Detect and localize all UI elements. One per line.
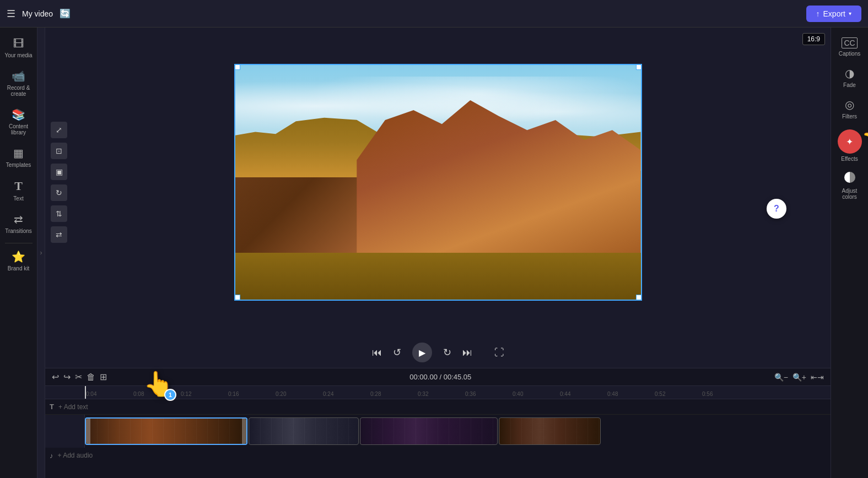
timeline-time: 00:00.00 / 00:45.05 [111,373,770,381]
sidebar-item-label: Brand kit [8,265,29,271]
video-clip-2[interactable] [249,417,359,445]
ruler-tick-0: 0:04 [85,391,132,397]
sidebar-item-content-library[interactable]: 📚 Content library [2,104,35,140]
ruler-tick-5: 0:24 [322,391,369,397]
video-clip-3[interactable] [360,417,498,445]
clip-thumbnail-1 [86,419,246,444]
clip-thumbnail-2 [249,418,358,444]
delete-button[interactable]: 🗑 [87,372,95,382]
sidebar-item-label: Your media [4,52,32,58]
zoom-in-button[interactable]: 🔍+ [792,373,806,382]
ruler-tick-13: 0:56 [701,391,748,397]
skip-back-button[interactable]: ⏮ [372,347,382,358]
redo-button[interactable]: ↪ [63,372,71,382]
timeline-area: ↩ ↪ ✂ 🗑 ⊞ 00:00.00 / 00:45.05 🔍− 🔍+ ⇤⇥ 0… [45,368,831,478]
clip-handle-left-1[interactable] [86,419,90,444]
video-clip-4[interactable] [499,417,601,445]
sidebar-item-label: Transitions [5,228,32,234]
timeline-toolbar: ↩ ↪ ✂ 🗑 ⊞ 00:00.00 / 00:45.05 🔍− 🔍+ ⇤⇥ [45,368,831,386]
ruler-tick-11: 0:48 [606,391,654,397]
sidebar-item-captions[interactable]: CC Captions [833,33,866,61]
corner-handle-bl[interactable] [235,295,240,300]
export-chevron-icon: ▾ [849,10,851,17]
clip-handle-right-1[interactable] [242,419,246,444]
fullscreen-button[interactable]: ⛶ [494,347,504,358]
aspect-ratio-badge[interactable]: 16:9 [802,33,825,45]
sidebar-item-templates[interactable]: ▦ Templates [2,142,35,172]
help-button[interactable]: ? [767,199,786,219]
collapse-handle[interactable]: › [37,28,45,478]
sidebar-item-adjust-colors[interactable]: Adjust colors [833,167,866,204]
ruler-tick-10: 0:44 [559,391,606,397]
sidebar-item-record-create[interactable]: 📹 Record & create [2,65,35,101]
cut-button[interactable]: ✂ [75,372,82,382]
captions-label: Captions [839,51,860,57]
sidebar-item-brand-kit[interactable]: ⭐ Brand kit [2,246,35,276]
video-clip-1[interactable] [85,417,247,445]
timeline-tracks: T + Add text [45,399,831,478]
sidebar-item-fade[interactable]: ◑ Fade [833,62,866,93]
flip-v-tool[interactable]: ⇄ [51,226,67,243]
ruler-tick-2: 0:12 [180,391,227,397]
frame-tool[interactable]: ▣ [51,164,67,180]
ruler-tick-4: 0:20 [274,391,322,397]
corner-handle-tr[interactable] [636,64,641,70]
forward-5s-button[interactable]: ↻ [443,346,451,358]
add-text-button[interactable]: + Add text [58,403,88,411]
ruler-tick-6: 0:28 [369,391,417,397]
crop-tool[interactable]: ⊡ [51,143,67,159]
export-arrow-icon: ↑ [816,9,820,18]
sidebar-item-transitions[interactable]: ⇄ Transitions [2,208,35,238]
sidebar-item-text[interactable]: T Text [2,175,35,206]
effects-label: Effects [841,156,858,162]
sidebar-item-label: Record & create [4,85,33,97]
zoom-out-button[interactable]: 🔍− [774,373,788,382]
sidebar-item-your-media[interactable]: 🎞 Your media [2,33,35,63]
rewind-5s-button[interactable]: ↺ [393,346,401,358]
sidebar-item-filters[interactable]: ◎ Filters [833,94,866,124]
adjust-colors-label: Adjust colors [835,188,864,200]
video-title: My video [22,9,53,18]
rotate-tool[interactable]: ↻ [51,184,67,201]
playback-controls: ⏮ ↺ ▶ ↻ ⏭ ⛶ [45,337,831,368]
templates-icon: ▦ [13,146,24,160]
ruler-tick-7: 0:32 [417,391,464,397]
sidebar-item-label: Text [13,195,23,202]
left-sidebar: 🎞 Your media 📹 Record & create 📚 Content… [0,28,37,478]
fade-label: Fade [843,82,856,88]
sidebar-item-label: Content library [4,123,33,135]
corner-handle-br[interactable] [636,295,641,300]
export-button[interactable]: ↑ Export ▾ [806,6,861,22]
topbar: ☰ My video 🔄 ↑ Export ▾ [0,0,868,28]
filters-label: Filters [842,113,857,120]
clip-thumbnail-4 [499,418,600,444]
video-canvas[interactable] [234,64,642,301]
content-library-icon: 📚 [12,108,25,121]
right-sidebar: CC Captions ◑ Fade ◎ Filters ✦ Effects 👆… [831,28,868,478]
resize-tool[interactable]: ⤢ [51,122,67,138]
brand-kit-icon: ⭐ [12,250,25,263]
effects-icon: ✦ [846,137,853,147]
flip-h-tool[interactable]: ⇅ [51,205,67,222]
undo-button[interactable]: ↩ [52,372,59,382]
transform-toolbar: ⤢ ⊡ ▣ ↻ ⇅ ⇄ [51,122,67,243]
add-to-timeline-button[interactable]: ⊞ [100,372,107,382]
fit-timeline-button[interactable]: ⇤⇥ [811,373,824,382]
video-track [45,415,831,448]
corner-handle-tl[interactable] [235,64,240,70]
play-button[interactable]: ▶ [412,343,432,362]
record-create-icon: 📹 [12,69,25,83]
ruler-tick-1: 0:08 [132,391,180,397]
fade-icon: ◑ [845,67,854,80]
ruler-tick-8: 0:36 [464,391,511,397]
save-icon[interactable]: 🔄 [60,8,71,19]
sidebar-item-effects[interactable]: ✦ Effects 👆 2 [833,125,866,166]
menu-icon[interactable]: ☰ [7,8,15,20]
ruler-tick-12: 0:52 [654,391,701,397]
title-area: My video 🔄 [22,8,800,19]
add-audio-button[interactable]: + Add audio [58,452,93,459]
your-media-icon: 🎞 [13,37,24,50]
clip-thumbnail-3 [360,418,497,444]
main-area: 🎞 Your media 📹 Record & create 📚 Content… [0,28,868,478]
skip-forward-button[interactable]: ⏭ [462,347,472,358]
